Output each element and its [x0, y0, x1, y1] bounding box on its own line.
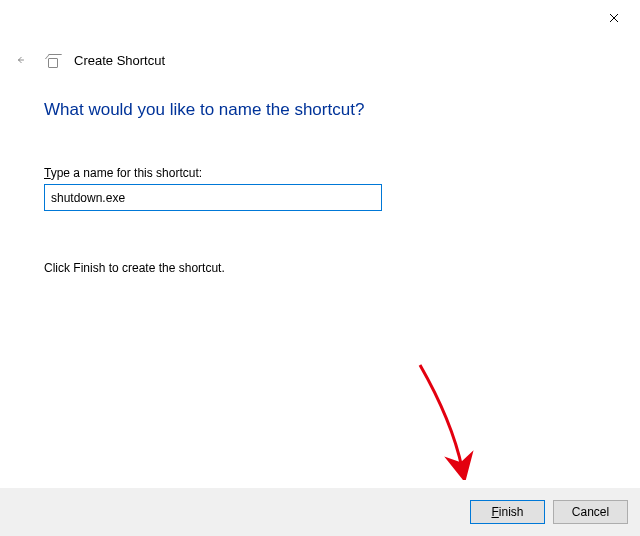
- shortcut-wizard-icon: [46, 54, 58, 66]
- back-button[interactable]: [10, 50, 30, 70]
- page-heading: What would you like to name the shortcut…: [44, 100, 596, 120]
- shortcut-name-input[interactable]: [44, 184, 382, 211]
- wizard-header: Create Shortcut: [10, 50, 165, 70]
- wizard-content: What would you like to name the shortcut…: [44, 100, 596, 275]
- wizard-title: Create Shortcut: [74, 53, 165, 68]
- close-icon: [609, 10, 619, 26]
- annotation-arrow: [400, 360, 480, 480]
- arrow-left-icon: [16, 52, 24, 68]
- finish-button[interactable]: Finish: [470, 500, 545, 524]
- close-button[interactable]: [602, 6, 626, 30]
- instruction-text: Click Finish to create the shortcut.: [44, 261, 596, 275]
- wizard-footer: Finish Cancel: [0, 488, 640, 536]
- cancel-button[interactable]: Cancel: [553, 500, 628, 524]
- name-field-label: Type a name for this shortcut:: [44, 166, 596, 180]
